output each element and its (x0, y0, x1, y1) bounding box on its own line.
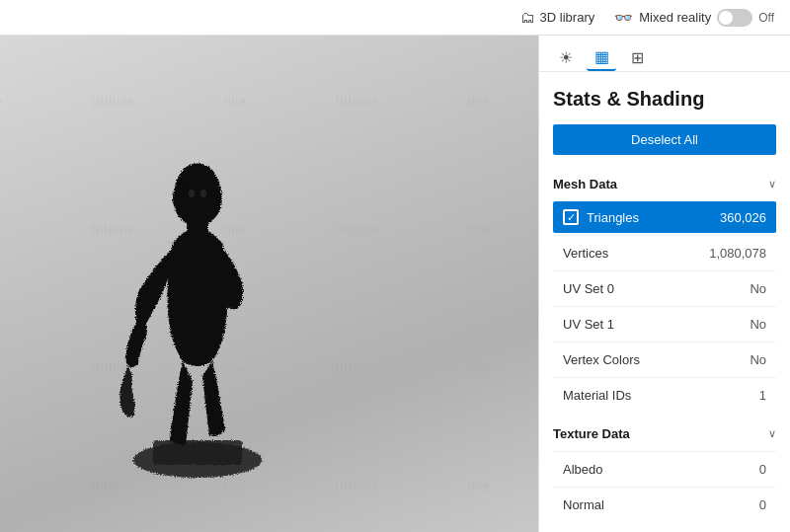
main-area: line IIIIIline line IIIIIline line IIIII… (0, 36, 790, 532)
svg-point-4 (200, 190, 206, 197)
albedo-row[interactable]: Albedo 0 (553, 454, 776, 485)
vertices-value: 1,080,078 (709, 246, 766, 261)
tab-grid[interactable]: ⊞ (622, 43, 652, 71)
viewport[interactable]: line IIIIIline line IIIIIline line IIIII… (0, 36, 538, 532)
albedo-value: 0 (759, 462, 766, 477)
divider-6 (553, 451, 776, 452)
divider-7 (553, 487, 776, 488)
uv-set-0-label: UV Set 0 (563, 281, 614, 296)
panel-title: Stats & Shading (553, 88, 776, 111)
texture-data-section-header[interactable]: Texture Data ∨ (553, 420, 776, 447)
normal-value: 0 (759, 497, 766, 512)
svg-point-3 (189, 190, 195, 197)
triangles-value: 360,026 (720, 210, 766, 225)
mesh-data-title: Mesh Data (553, 177, 617, 191)
library-label: 3D library (540, 10, 595, 25)
divider-4 (553, 342, 776, 342)
mesh-data-section-header[interactable]: Mesh Data ∨ (553, 171, 776, 197)
panel-tabs: ☀ ▦ ⊞ (539, 36, 790, 72)
vertex-colors-value: No (750, 352, 766, 367)
library-icon: 🗂 (520, 9, 535, 26)
uv-set-1-label: UV Set 1 (563, 317, 614, 332)
vertex-colors-row[interactable]: Vertex Colors No (553, 344, 776, 375)
uv-set-1-value: No (750, 317, 766, 332)
vertices-row[interactable]: Vertices 1,080,078 (553, 238, 776, 268)
divider-1 (553, 235, 776, 236)
deselect-all-button[interactable]: Deselect All (553, 124, 776, 155)
triangles-row[interactable]: ✓ Triangles 360,026 (553, 201, 776, 233)
texture-data-title: Texture Data (553, 426, 630, 441)
statue-model (99, 75, 296, 490)
vertices-label: Vertices (563, 246, 608, 261)
normal-row[interactable]: Normal 0 (553, 490, 776, 520)
material-ids-label: Material IDs (563, 388, 631, 403)
material-ids-value: 1 (759, 388, 766, 403)
mixed-reality-icon: 👓 (614, 9, 633, 27)
material-ids-row[interactable]: Material IDs 1 (553, 380, 776, 411)
triangles-label-group: ✓ Triangles (563, 209, 639, 225)
panel-content: Stats & Shading Deselect All Mesh Data ∨… (539, 72, 790, 532)
vertex-colors-label: Vertex Colors (563, 352, 640, 367)
triangles-checkbox[interactable]: ✓ (563, 209, 579, 225)
uv-set-0-row[interactable]: UV Set 0 No (553, 273, 776, 304)
texture-data-chevron: ∨ (768, 427, 776, 440)
svg-rect-1 (153, 440, 242, 465)
normal-label: Normal (563, 497, 604, 512)
mesh-data-chevron: ∨ (768, 178, 776, 190)
topbar: 🗂 3D library 👓 Mixed reality Off (0, 0, 790, 36)
uv-set-0-value: No (750, 281, 766, 296)
divider-2 (553, 270, 776, 271)
toggle-off-label: Off (758, 11, 774, 25)
toggle-knob (719, 11, 733, 25)
uv-set-1-row[interactable]: UV Set 1 No (553, 309, 776, 340)
mixed-reality-toggle[interactable] (717, 9, 752, 27)
right-panel: ☀ ▦ ⊞ Stats & Shading Deselect All Mesh … (538, 36, 790, 532)
tab-stats[interactable]: ▦ (587, 43, 616, 71)
divider-3 (553, 306, 776, 307)
triangles-label: Triangles (587, 210, 639, 225)
3d-library-button[interactable]: 🗂 3D library (520, 9, 595, 26)
albedo-label: Albedo (563, 462, 602, 477)
mixed-reality-toggle-container: 👓 Mixed reality Off (614, 9, 774, 27)
tab-lighting[interactable]: ☀ (551, 43, 581, 71)
mixed-reality-label: Mixed reality (639, 10, 711, 25)
divider-5 (553, 377, 776, 378)
